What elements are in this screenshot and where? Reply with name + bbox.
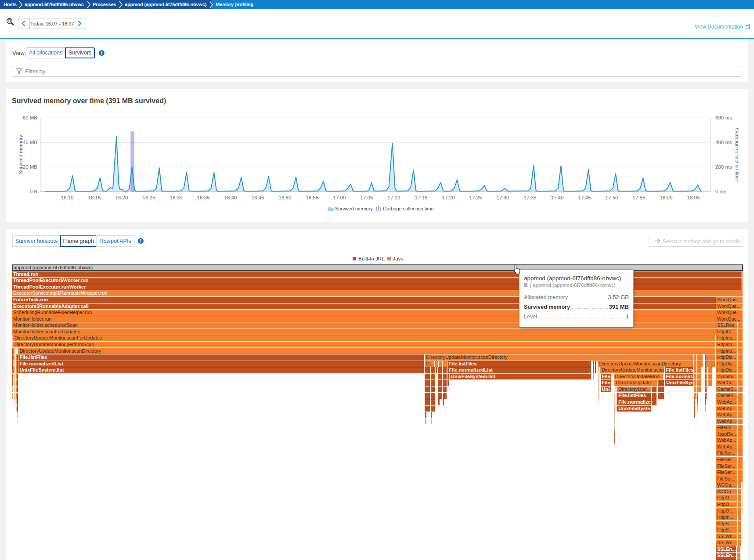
svg-text:Garbage collection time: Garbage collection time bbox=[735, 128, 740, 181]
